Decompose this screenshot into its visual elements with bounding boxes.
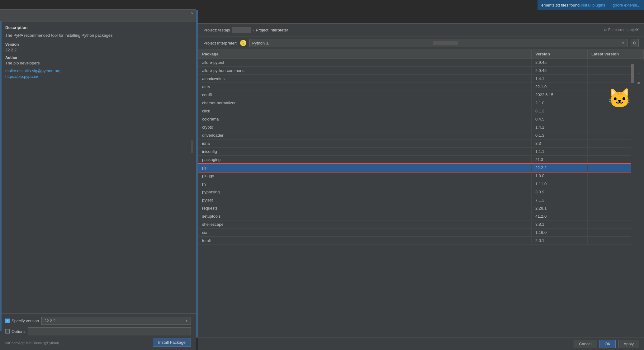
package-name-cell: requests: [198, 204, 532, 212]
table-row[interactable]: crypto1.4.1: [198, 123, 644, 131]
install-package-button[interactable]: Install Package: [153, 338, 191, 347]
package-version-cell: 1.16.0: [532, 229, 588, 236]
table-row[interactable]: requests2.28.1: [198, 204, 644, 212]
package-version-cell: 1.1.1: [532, 148, 588, 155]
package-search-bar[interactable]: [0, 10, 196, 21]
version-dropdown-value: 22.2.2: [44, 319, 55, 323]
package-name-cell: attrs: [198, 83, 532, 91]
version-dropdown[interactable]: 22.2.2 ▼: [41, 317, 191, 325]
package-name-cell: allure-pytest: [198, 59, 532, 66]
package-link-2[interactable]: https://pip.pypa.io/: [5, 74, 191, 79]
table-body: allure-pytest2.9.45allure-python-commons…: [198, 59, 644, 339]
options-checkbox[interactable]: [5, 329, 10, 333]
package-name-cell: colorama: [198, 115, 532, 123]
package-version-cell: 2.9.45: [532, 59, 588, 66]
table-row[interactable]: click8.1.3: [198, 107, 644, 115]
table-row[interactable]: certifi2022.6.15: [198, 91, 644, 99]
package-name-cell: tomli: [198, 237, 532, 244]
package-version-cell: 1.11.0: [532, 180, 588, 188]
table-row[interactable]: idna3.3: [198, 140, 644, 148]
package-version-cell: 2.1.0: [532, 99, 588, 107]
breadcrumb-current: Project Interpreter: [256, 28, 288, 32]
table-row[interactable]: iniconfig1.1.1: [198, 148, 644, 156]
header-version: Version: [532, 50, 588, 58]
eye-button[interactable]: 👁: [636, 80, 642, 87]
table-row[interactable]: pip22.2.2: [198, 164, 644, 172]
table-header: Package Version Latest version: [198, 50, 644, 59]
notification-links: Install plugins Ignore extensi...: [581, 3, 640, 7]
separator-bar: [196, 10, 198, 338]
specify-version-checkbox[interactable]: [5, 319, 10, 323]
package-name-cell: idna: [198, 140, 532, 147]
package-version-cell: 1.0.0: [532, 172, 588, 180]
package-name-cell: pytest: [198, 196, 532, 204]
package-name-cell: packaging: [198, 156, 532, 163]
table-row[interactable]: atomicwrites1.4.1: [198, 75, 644, 83]
table-row[interactable]: attrs22.1.0: [198, 83, 644, 91]
install-plugins-link[interactable]: Install plugins: [581, 3, 605, 7]
package-name-cell: click: [198, 107, 532, 115]
package-name-cell: iniconfig: [198, 148, 532, 155]
table-row[interactable]: charset-normalizer2.1.0: [198, 99, 644, 107]
packages-table-container: Package Version Latest version allure-py…: [198, 50, 644, 350]
apply-button[interactable]: Apply: [618, 340, 639, 348]
package-name-cell: certifi: [198, 91, 532, 99]
package-version-cell: 3.8.1: [532, 220, 588, 228]
package-version-cell: 3.3: [532, 140, 588, 147]
package-version-cell: 22.2.2: [532, 164, 588, 172]
interpreter-dialog: Project: testapi › Project Interpreter ⚙…: [198, 23, 644, 350]
ignore-extensions-link[interactable]: Ignore extensi...: [612, 3, 641, 7]
table-row[interactable]: colorama0.4.5: [198, 115, 644, 123]
package-version-cell: 2.28.1: [532, 204, 588, 212]
package-dialog-close[interactable]: ×: [188, 10, 196, 17]
package-link-1[interactable]: mailto:distutils-sig@python.org: [5, 69, 191, 73]
notification-text: ements.txt files found.: [541, 3, 580, 7]
table-scroll-track: [631, 61, 634, 334]
ok-button[interactable]: OK: [599, 340, 616, 348]
package-name-cell: setuptools: [198, 212, 532, 220]
cancel-button[interactable]: Cancel: [574, 340, 597, 348]
options-row: Options: [5, 327, 191, 335]
table-row[interactable]: allure-pytest2.9.45: [198, 59, 644, 67]
table-row[interactable]: packaging21.3: [198, 156, 644, 164]
interpreter-dialog-close[interactable]: ×: [634, 26, 641, 32]
gear-button[interactable]: ⚙: [631, 39, 639, 47]
table-scroll-thumb[interactable]: [631, 64, 634, 83]
package-name-cell: pyparsing: [198, 188, 532, 196]
table-row[interactable]: six1.16.0: [198, 229, 644, 237]
dialog-title-bar: Project: testapi › Project Interpreter ⚙…: [198, 24, 644, 36]
specify-version-row: Specify version 22.2.2 ▼: [5, 317, 191, 325]
package-version-cell: 0.1.3: [532, 131, 588, 139]
table-row[interactable]: shellescape3.8.1: [198, 220, 644, 229]
table-row[interactable]: setuptools41.2.0: [198, 212, 644, 220]
chevron-down-icon: ▼: [185, 319, 188, 323]
version-label: Version: [5, 42, 191, 47]
description-text: The PyPA recommended tool for installing…: [5, 32, 191, 39]
table-row[interactable]: pluggy1.0.0: [198, 172, 644, 180]
header-package: Package: [198, 50, 532, 58]
package-version-cell: 2.0.1: [532, 237, 588, 244]
package-name-cell: driverloader: [198, 131, 532, 139]
left-scroll-indicator[interactable]: [191, 140, 193, 153]
left-highlight-bar: [0, 21, 2, 331]
table-row[interactable]: pyparsing3.0.9: [198, 188, 644, 196]
table-row[interactable]: driverloader0.1.3: [198, 131, 644, 140]
package-version-cell: 3.0.9: [532, 188, 588, 196]
version-value: 22.2.2: [5, 48, 191, 52]
interpreter-select[interactable]: Python 3. ▼: [249, 39, 627, 47]
install-options: Specify version 22.2.2 ▼ Options eaChen\…: [0, 313, 196, 350]
remove-package-button[interactable]: −: [636, 70, 642, 77]
table-row[interactable]: allure-python-commons2.9.45: [198, 67, 644, 75]
python-icon: 🐍: [240, 40, 246, 46]
table-row[interactable]: tomli2.0.1: [198, 237, 644, 245]
table-row[interactable]: pytest7.1.2: [198, 196, 644, 204]
for-current-project: ⚙ For current project: [604, 28, 639, 32]
interpreter-row: Project Interpreter: 🐍 Python 3. ▼ ⚙: [198, 36, 644, 50]
package-name-cell: allure-python-commons: [198, 67, 532, 74]
package-name-cell: atomicwrites: [198, 75, 532, 83]
table-row[interactable]: py1.11.0: [198, 180, 644, 188]
add-package-button[interactable]: +: [636, 62, 642, 69]
package-dialog: × Description The PyPA recommended tool …: [0, 9, 196, 350]
options-input[interactable]: [28, 327, 191, 335]
package-version-cell: 0.4.5: [532, 115, 588, 123]
